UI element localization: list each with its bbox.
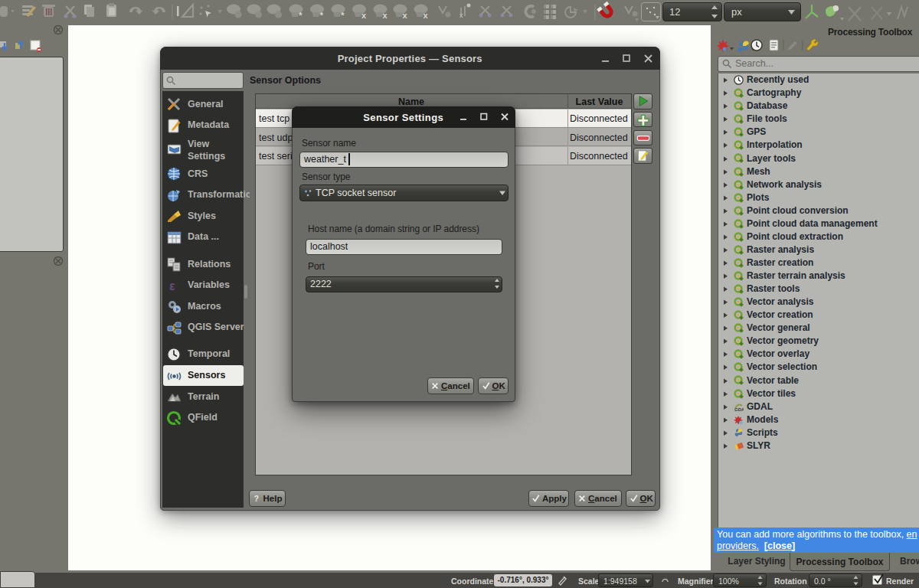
svg-text:GDAL: GDAL — [734, 407, 744, 412]
svg-text:*: * — [299, 11, 303, 20]
svg-text:x: x — [460, 11, 463, 19]
svg-text:x: x — [402, 11, 407, 20]
svg-text:*: * — [341, 11, 345, 20]
svg-text:*: * — [320, 11, 324, 20]
svg-text:x: x — [382, 11, 388, 20]
svg-text:ε: ε — [169, 279, 175, 292]
svg-text:x: x — [423, 11, 428, 20]
svg-text:x: x — [361, 11, 367, 20]
svg-text:?: ? — [253, 495, 258, 502]
